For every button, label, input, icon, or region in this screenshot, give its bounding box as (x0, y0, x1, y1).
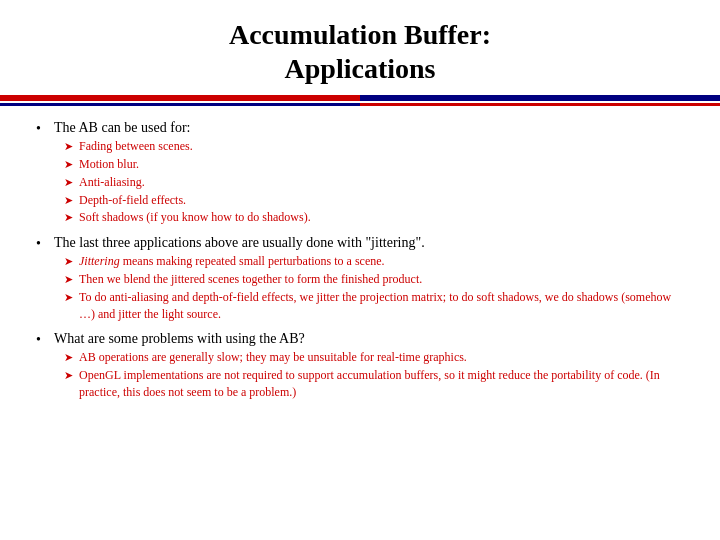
arrow-icon: ➤ (64, 272, 73, 287)
arrow-icon: ➤ (64, 139, 73, 154)
arrow-icon: ➤ (64, 210, 73, 225)
content-area: • The AB can be used for: ➤Fading betwee… (0, 116, 720, 402)
arrow-icon: ➤ (64, 254, 73, 269)
list-item: ➤Motion blur. (64, 156, 684, 173)
divider-bottom (0, 103, 720, 106)
title-line2: Applications (20, 52, 700, 86)
bullet-main-1: The AB can be used for: (54, 120, 684, 136)
bullet-content-1: The AB can be used for: ➤Fading between … (54, 120, 684, 227)
arrow-icon: ➤ (64, 368, 73, 383)
list-item: ➤To do anti-aliasing and depth-of-field … (64, 289, 684, 323)
bullet-section-2: • The last three applications above are … (36, 235, 684, 323)
list-item: ➤Soft shadows (if you know how to do sha… (64, 209, 684, 226)
divider-top (0, 95, 720, 101)
bullet-dot-3: • (36, 332, 46, 348)
bullet-main-2: The last three applications above are us… (54, 235, 684, 251)
list-item: ➤Anti-aliasing. (64, 174, 684, 191)
arrow-icon: ➤ (64, 350, 73, 365)
sub-list-3: ➤AB operations are generally slow; they … (64, 349, 684, 400)
bullet-section-3: • What are some problems with using the … (36, 331, 684, 401)
bullet-content-2: The last three applications above are us… (54, 235, 684, 323)
list-item: ➤Jittering means making repeated small p… (64, 253, 684, 270)
bullet-dot-1: • (36, 121, 46, 137)
bullet-section-1: • The AB can be used for: ➤Fading betwee… (36, 120, 684, 227)
sub-list-2: ➤Jittering means making repeated small p… (64, 253, 684, 322)
title-line1: Accumulation Buffer: (20, 18, 700, 52)
list-item: ➤Fading between scenes. (64, 138, 684, 155)
bullet-dot-2: • (36, 236, 46, 252)
bullet-content-3: What are some problems with using the AB… (54, 331, 684, 401)
list-item: ➤OpenGL implementations are not required… (64, 367, 684, 401)
bullet-main-3: What are some problems with using the AB… (54, 331, 684, 347)
arrow-icon: ➤ (64, 290, 73, 305)
arrow-icon: ➤ (64, 193, 73, 208)
arrow-icon: ➤ (64, 175, 73, 190)
list-item: ➤Then we blend the jittered scenes toget… (64, 271, 684, 288)
title-area: Accumulation Buffer: Applications (0, 0, 720, 91)
list-item: ➤AB operations are generally slow; they … (64, 349, 684, 366)
sub-list-1: ➤Fading between scenes. ➤Motion blur. ➤A… (64, 138, 684, 226)
list-item: ➤Depth-of-field effects. (64, 192, 684, 209)
arrow-icon: ➤ (64, 157, 73, 172)
